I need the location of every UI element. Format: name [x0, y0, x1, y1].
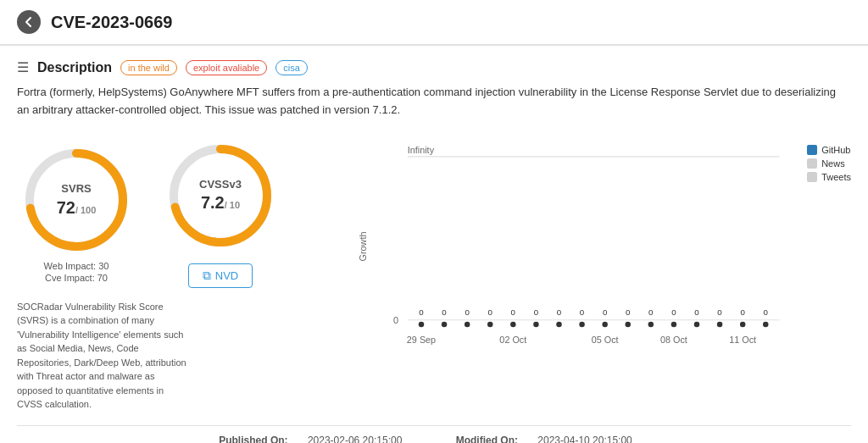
badge-cisa: cisa [275, 60, 308, 75]
scores-chart-row: SVRS 72/ 100 Web Impact: 30 Cve Impact: … [17, 136, 851, 412]
svg-text:0: 0 [671, 307, 676, 317]
dot-14 [740, 321, 746, 327]
zero-label: 0 [393, 315, 398, 325]
cvss-gauge-container: CVSSv3 7.2/ 10 ⧉ NVD [161, 136, 280, 288]
dot-2 [465, 321, 470, 327]
dot-3 [487, 321, 493, 327]
svg-text:0: 0 [694, 307, 699, 317]
svg-text:0: 0 [740, 307, 745, 317]
svg-text:0: 0 [465, 307, 470, 317]
svg-text:0: 0 [488, 307, 493, 317]
svrs-max: / 100 [75, 205, 96, 215]
svg-text:0: 0 [442, 307, 447, 317]
nvd-button[interactable]: ⧉ NVD [188, 263, 253, 288]
dot-13 [717, 321, 723, 327]
page-header: CVE-2023-0669 [0, 0, 868, 45]
svg-text:0: 0 [511, 307, 516, 317]
dot-7 [579, 321, 585, 327]
dot-1 [442, 321, 448, 327]
page-title: CVE-2023-0669 [51, 13, 172, 32]
legend-github-label: GitHub [821, 145, 850, 155]
x-label-29sep: 29 Sep [407, 334, 436, 344]
dot-4 [510, 321, 516, 327]
svrs-center: SVRS 72/ 100 [57, 182, 97, 219]
dot-15 [763, 321, 769, 327]
cvss-gauge: CVSSv3 7.2/ 10 [161, 136, 280, 255]
x-label-05oct: 05 Oct [592, 334, 619, 344]
svg-text:0: 0 [557, 307, 562, 317]
svg-text:0: 0 [764, 307, 769, 317]
legend-news: News [807, 158, 851, 169]
scores-section: SVRS 72/ 100 Web Impact: 30 Cve Impact: … [17, 136, 305, 412]
svrs-value: 72/ 100 [57, 197, 97, 219]
chart-legend: GitHub News Tweets [807, 145, 851, 182]
svg-text:0: 0 [534, 307, 539, 317]
description-text: Fortra (formerly, HelpSystems) GoAnywher… [17, 84, 851, 119]
dot-9 [626, 321, 632, 327]
svg-text:0: 0 [580, 307, 585, 317]
chart-area: GitHub News Tweets Growth [322, 136, 851, 390]
cvss-label: CVSSv3 [199, 177, 242, 191]
svg-text:0: 0 [717, 307, 722, 317]
badge-wild: in the wild [120, 60, 177, 75]
dot-12 [694, 321, 700, 327]
badge-exploit: exploit avaliable [186, 60, 267, 75]
chart-section: GitHub News Tweets Growth [322, 136, 851, 390]
dot-8 [602, 321, 608, 327]
svrs-gauge: SVRS 72/ 100 [17, 141, 136, 259]
dot-5 [533, 321, 539, 327]
description-title: Description [37, 60, 112, 75]
footer-dates: Published On: 2023-02-06 20:15:00 Modifi… [17, 425, 851, 443]
infinity-label: Infinity [408, 144, 435, 154]
published-label: Published On: [219, 435, 287, 443]
dot-10 [648, 321, 654, 327]
cvss-value: 7.2/ 10 [199, 191, 242, 213]
legend-tweets-label: Tweets [821, 172, 851, 182]
dot-6 [556, 321, 562, 327]
y-axis-label: Growth [358, 231, 368, 261]
cvss-center: CVSSv3 7.2/ 10 [199, 177, 242, 213]
nvd-external-icon: ⧉ [203, 269, 211, 283]
legend-github-dot [807, 145, 817, 155]
svg-text:0: 0 [603, 307, 608, 317]
legend-news-label: News [821, 158, 845, 169]
svg-text:0: 0 [419, 307, 424, 317]
dot-0 [419, 321, 425, 327]
legend-tweets: Tweets [807, 172, 851, 182]
svrs-description: SOCRadar Vulnerability Risk Score (SVRS)… [17, 300, 186, 412]
published-value: 2023-02-06 20:15:00 [308, 435, 402, 443]
gauges-row: SVRS 72/ 100 Web Impact: 30 Cve Impact: … [17, 136, 280, 288]
x-label-11oct: 11 Oct [729, 334, 756, 344]
growth-chart-svg: Growth Infinity 0 0 0 0 [322, 136, 851, 357]
legend-tweets-dot [807, 172, 817, 182]
legend-news-dot [807, 158, 817, 169]
modified-value: 2023-04-10 20:15:00 [537, 435, 632, 443]
cvss-max: / 10 [225, 200, 240, 210]
main-content: ☰ Description in the wild exploit avalia… [0, 46, 868, 443]
dot-11 [671, 321, 677, 327]
x-label-08oct: 08 Oct [660, 334, 687, 344]
legend-github: GitHub [807, 145, 851, 155]
svrs-label: SVRS [57, 182, 97, 197]
svrs-gauge-container: SVRS 72/ 100 Web Impact: 30 Cve Impact: … [17, 141, 136, 283]
modified-date: Modified On: 2023-04-10 20:15:00 [456, 435, 649, 443]
svg-text:0: 0 [648, 307, 654, 317]
svrs-cve-impact: Cve Impact: 70 [45, 273, 108, 283]
x-label-02oct: 02 Oct [499, 334, 526, 344]
published-date: Published On: 2023-02-06 20:15:00 [219, 435, 421, 443]
svrs-web-impact: Web Impact: 30 [44, 261, 109, 271]
modified-label: Modified On: [456, 435, 518, 443]
description-icon: ☰ [17, 59, 29, 75]
description-header: ☰ Description in the wild exploit avalia… [17, 59, 851, 75]
svg-text:0: 0 [626, 307, 631, 317]
back-button[interactable] [17, 10, 41, 34]
